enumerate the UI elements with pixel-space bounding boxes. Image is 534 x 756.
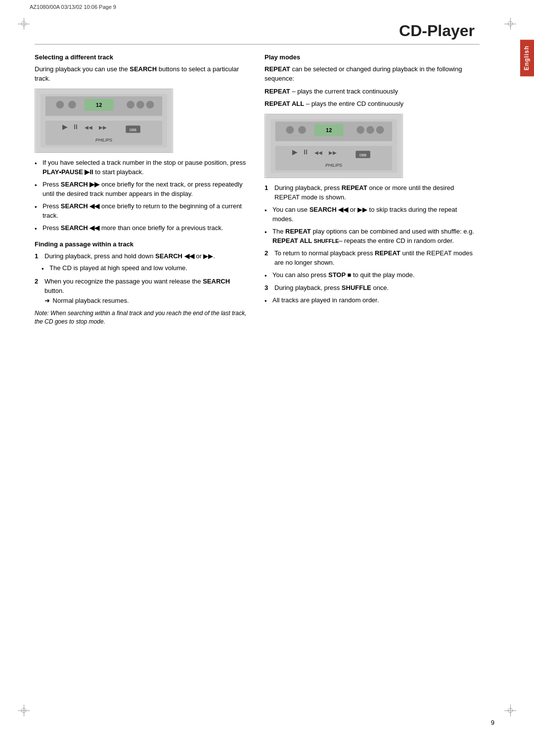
svg-text:▶▶: ▶▶ — [99, 124, 107, 130]
crosshair-top-left — [18, 18, 30, 30]
svg-point-7 — [127, 100, 134, 108]
svg-point-25 — [356, 126, 364, 134]
svg-point-5 — [56, 100, 64, 108]
header-left: AZ1080/00A 03/13/02 10:06 Page 9 — [30, 4, 116, 10]
step-finding-2: 2 When you recognize the passage you wan… — [35, 277, 250, 306]
left-column: Selecting a different track During playb… — [35, 52, 250, 329]
svg-text:⏸: ⏸ — [302, 148, 309, 155]
crosshair-bottom-left — [18, 705, 30, 716]
note-final-track: Note: When searching within a final trac… — [35, 309, 250, 326]
bullet-track-3: • Press SEARCH ◀◀ once briefly to return… — [35, 201, 250, 221]
svg-text:◀◀: ◀◀ — [314, 149, 322, 155]
two-column-layout: Selecting a different track During playb… — [35, 52, 480, 329]
svg-text:12: 12 — [96, 102, 102, 108]
repeat-intro: REPEAT can be selected or changed during… — [265, 64, 480, 84]
crosshair-bottom-right — [504, 705, 516, 716]
bullet-high-speed: • The CD is played at high speed and low… — [42, 263, 250, 274]
bullet-search-skip: • You can use SEARCH ◀◀ or ▶▶ to skip tr… — [265, 205, 480, 224]
bullet-stop: • You can also press STOP ■ to quit the … — [265, 270, 480, 281]
page-number: 9 — [491, 719, 494, 726]
page-title: CD-Player — [35, 22, 480, 45]
cd-player-svg-left: 12 DBB PHILIPS — [35, 89, 173, 152]
cd-player-image-right: 12 DBB PHILIPS ▶ ⏸ ◀◀ ▶▶ — [265, 114, 403, 178]
svg-point-23 — [286, 126, 294, 134]
svg-text:DBB: DBB — [359, 153, 367, 156]
bullet-random: • All tracks are played in random order. — [265, 295, 480, 306]
svg-point-8 — [136, 100, 144, 108]
svg-text:PHILIPS: PHILIPS — [95, 138, 112, 142]
svg-text:PHILIPS: PHILIPS — [325, 163, 342, 168]
bullet-track-2: • Press SEARCH ▶▶ once briefly for the n… — [35, 180, 250, 199]
step-shuffle: 3 During playback, press SHUFFLE once. — [265, 283, 480, 293]
page-container: AZ1080/00A 03/13/02 10:06 Page 9 English… — [0, 0, 534, 756]
svg-point-26 — [366, 126, 374, 134]
svg-text:▶: ▶ — [62, 123, 68, 130]
cd-player-image-left: 12 DBB PHILIPS — [35, 89, 173, 153]
svg-text:▶: ▶ — [292, 148, 298, 155]
section-selecting-title: Selecting a different track — [35, 52, 250, 62]
step-finding-1: 1 During playback, press and hold down S… — [35, 251, 250, 261]
repeat-line: REPEAT – plays the current track continu… — [265, 87, 480, 96]
svg-point-9 — [146, 100, 154, 108]
step-repeat-2: 2 To return to normal playback press REP… — [265, 248, 480, 268]
section-finding-title: Finding a passage within a track — [35, 239, 250, 249]
svg-point-24 — [298, 126, 306, 134]
repeat-all-line: REPEAT ALL – plays the entire CD continu… — [265, 99, 480, 109]
content-area: CD-Player Selecting a different track Du… — [0, 12, 534, 349]
right-column: Play modes REPEAT can be selected or cha… — [265, 52, 480, 329]
bullet-repeat-shuffle: • The REPEAT play options can be combine… — [265, 227, 480, 246]
svg-text:⏸: ⏸ — [72, 123, 79, 130]
header-bar: AZ1080/00A 03/13/02 10:06 Page 9 — [0, 0, 534, 12]
bullet-track-1: • If you have selected a track number in… — [35, 158, 250, 177]
crosshair-top-right — [504, 18, 516, 30]
svg-point-6 — [68, 100, 76, 108]
svg-text:◀◀: ◀◀ — [85, 124, 92, 130]
section-selecting-intro: During playback you can use the SEARCH b… — [35, 64, 250, 84]
section-play-modes-title: Play modes — [265, 52, 480, 62]
svg-text:12: 12 — [326, 127, 332, 133]
svg-point-27 — [376, 126, 384, 134]
bullet-track-4: • Press SEARCH ◀◀ more than once briefly… — [35, 223, 250, 234]
cd-player-svg-right: 12 DBB PHILIPS ▶ ⏸ ◀◀ ▶▶ — [265, 114, 402, 178]
svg-text:DBB: DBB — [130, 128, 137, 131]
language-tab: English — [520, 40, 534, 76]
step-repeat-1: 1 During playback, press REPEAT once or … — [265, 183, 480, 202]
svg-text:▶▶: ▶▶ — [329, 149, 337, 155]
